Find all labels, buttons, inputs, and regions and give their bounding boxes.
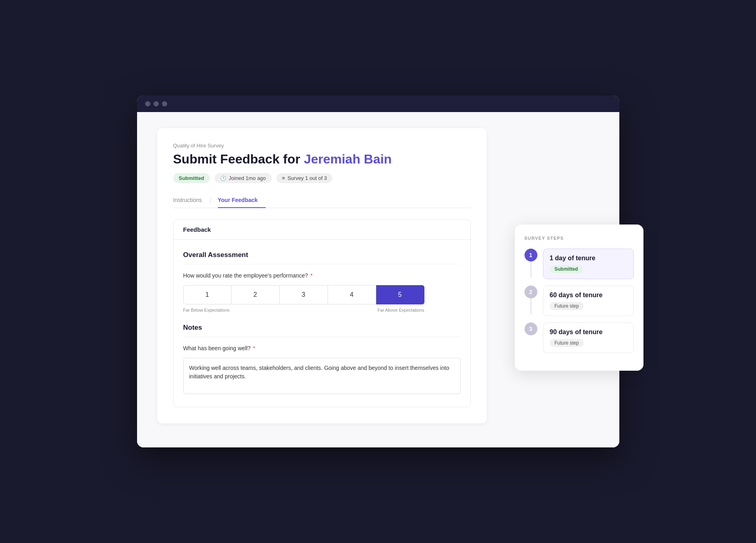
submitted-badge: Submitted bbox=[173, 173, 210, 183]
notes-question: What has been going well? * bbox=[183, 345, 461, 351]
step-tenure-1: 1 day of tenure bbox=[550, 255, 627, 262]
title-prefix: Submit Feedback for bbox=[173, 152, 301, 166]
label-high: Far Above Expectations bbox=[377, 308, 424, 312]
step-line-2 bbox=[531, 298, 531, 314]
rating-row: 1 2 3 4 5 bbox=[183, 285, 461, 304]
rating-btn-1[interactable]: 1 bbox=[183, 285, 232, 304]
tab-your-feedback[interactable]: Your Feedback bbox=[218, 193, 266, 208]
steps-heading: SURVEY STEPS bbox=[524, 236, 634, 241]
step-card-2: 60 days of tenure Future step bbox=[543, 286, 634, 316]
step-card-3: 90 days of tenure Future step bbox=[543, 323, 634, 353]
rating-btn-3[interactable]: 3 bbox=[280, 285, 328, 304]
performance-question: How would you rate the employee's perfor… bbox=[183, 272, 461, 279]
step-connector-2: 2 bbox=[524, 286, 537, 314]
browser-dot-3 bbox=[162, 101, 167, 106]
badges-row: Submitted 🕐 Joined 1mo ago ≡ Survey 1 ou… bbox=[173, 173, 471, 183]
tab-divider: | bbox=[210, 193, 218, 208]
step-status-2: Future step bbox=[550, 302, 584, 310]
step-card-1: 1 day of tenure Submitted bbox=[543, 249, 634, 279]
step-status-3: Future step bbox=[550, 339, 584, 347]
rating-btn-4[interactable]: 4 bbox=[328, 285, 376, 304]
page-title: Submit Feedback for Jeremiah Bain bbox=[173, 152, 471, 167]
label-low: Far Below Expectations bbox=[183, 308, 230, 312]
browser-dot-1 bbox=[145, 101, 150, 106]
tabs-row: Instructions | Your Feedback bbox=[173, 193, 471, 208]
step-row-1: 1 1 day of tenure Submitted bbox=[524, 249, 634, 286]
joined-text: Joined 1mo ago bbox=[229, 175, 266, 181]
browser-bar bbox=[137, 96, 619, 112]
notes-textarea[interactable]: Working well across teams, stakeholders,… bbox=[183, 358, 461, 394]
notes-required: * bbox=[253, 345, 255, 351]
step-number-3: 3 bbox=[524, 323, 537, 335]
step-status-1: Submitted bbox=[550, 265, 583, 273]
steps-list: 1 1 day of tenure Submitted 2 bbox=[524, 249, 634, 359]
step-connector-1: 1 bbox=[524, 249, 537, 278]
step-line-1 bbox=[531, 261, 531, 278]
clock-icon: 🕐 bbox=[220, 176, 226, 181]
tab-instructions[interactable]: Instructions bbox=[173, 193, 210, 208]
step-tenure-2: 60 days of tenure bbox=[550, 292, 627, 299]
assessment-title: Overall Assessment bbox=[183, 251, 461, 264]
rating-labels: Far Below Expectations Far Above Expecta… bbox=[183, 308, 424, 312]
survey-steps-panel: SURVEY STEPS 1 1 day of tenure Submitted bbox=[515, 225, 643, 371]
feedback-section: Feedback Overall Assessment How would yo… bbox=[173, 219, 471, 407]
notes-title: Notes bbox=[183, 324, 461, 337]
browser-dot-2 bbox=[154, 101, 159, 106]
rating-btn-2[interactable]: 2 bbox=[232, 285, 280, 304]
joined-badge: 🕐 Joined 1mo ago bbox=[215, 173, 272, 183]
feedback-body: Overall Assessment How would you rate th… bbox=[174, 240, 470, 407]
step-tenure-3: 90 days of tenure bbox=[550, 329, 627, 336]
employee-name: Jeremiah Bain bbox=[304, 152, 392, 166]
step-row-3: 3 90 days of tenure Future step bbox=[524, 323, 634, 359]
list-icon: ≡ bbox=[282, 175, 285, 181]
feedback-header: Feedback bbox=[174, 220, 470, 240]
step-number-2: 2 bbox=[524, 286, 537, 298]
survey-text: Survey 1 out of 3 bbox=[287, 175, 327, 181]
step-number-1: 1 bbox=[524, 249, 537, 261]
page-subtitle: Quality of Hire Survey bbox=[173, 143, 471, 149]
main-card: Quality of Hire Survey Submit Feedback f… bbox=[157, 128, 487, 423]
survey-badge: ≡ Survey 1 out of 3 bbox=[277, 173, 333, 183]
step-connector-3: 3 bbox=[524, 323, 537, 335]
required-mark: * bbox=[310, 272, 312, 279]
browser-window: Quality of Hire Survey Submit Feedback f… bbox=[137, 96, 619, 447]
browser-content: Quality of Hire Survey Submit Feedback f… bbox=[137, 112, 619, 447]
rating-btn-5[interactable]: 5 bbox=[376, 285, 424, 304]
step-row-2: 2 60 days of tenure Future step bbox=[524, 286, 634, 323]
notes-section: Notes What has been going well? * Workin… bbox=[183, 324, 461, 396]
